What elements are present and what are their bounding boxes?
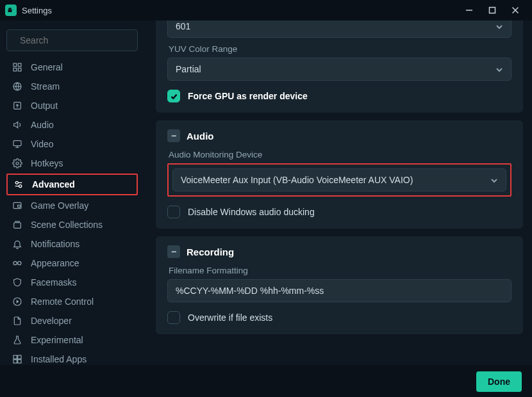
sidebar-item-scene-collections[interactable]: Scene Collections (6, 215, 138, 234)
appearance-icon (12, 258, 23, 268)
svg-rect-10 (13, 68, 17, 71)
sliders-icon (13, 179, 24, 190)
window-maximize-button[interactable] (481, 3, 504, 18)
sidebar-item-label: Notifications (31, 239, 79, 249)
shield-icon (12, 277, 23, 288)
sidebar-item-label: Output (31, 101, 58, 111)
section-video-tail: YUV Color Space 601 YUV Color Range Part… (156, 20, 523, 113)
done-button-label: Done (488, 377, 510, 387)
sidebar-nav: GeneralStreamOutputAudioVideoHotkeysAdva… (6, 58, 138, 369)
sidebar-item-hotkeys[interactable]: Hotkeys (6, 154, 138, 173)
yuv-space-value: 601 (176, 21, 190, 31)
sidebar-item-label: Facemasks (31, 277, 77, 288)
svg-rect-3 (490, 8, 495, 13)
app-logo (5, 4, 17, 16)
filename-input[interactable]: %CCYY-%MM-%DD %hh-%mm-%ss (167, 279, 511, 302)
collections-icon (12, 220, 23, 230)
audio-monitor-label: Audio Monitoring Device (169, 150, 511, 159)
flask-icon (12, 335, 23, 345)
filename-value: %CCYY-%MM-%DD %hh-%mm-%ss (176, 286, 324, 296)
svg-rect-9 (18, 63, 21, 67)
sidebar-item-label: Experimental (31, 335, 83, 345)
done-button[interactable]: Done (476, 371, 522, 392)
svg-rect-25 (14, 223, 21, 229)
footer: Done (0, 365, 532, 397)
yuv-space-select[interactable]: 601 (167, 20, 511, 38)
sidebar-item-facemasks[interactable]: Facemasks (6, 273, 138, 292)
audio-monitor-select[interactable]: VoiceMeeter Aux Input (VB-Audio VoiceMee… (172, 168, 506, 191)
sidebar-item-label: Remote Control (31, 296, 94, 307)
chevron-down-icon (495, 22, 503, 30)
globe-icon (12, 81, 23, 92)
ducking-checkbox[interactable] (167, 206, 180, 218)
svg-rect-34 (18, 360, 21, 363)
search-input-container[interactable] (6, 29, 138, 51)
play-icon (12, 296, 23, 307)
sidebar-item-experimental[interactable]: Experimental (6, 330, 138, 350)
collapse-toggle-audio[interactable]: − (167, 129, 180, 142)
overwrite-label: Overwrite if file exists (188, 312, 272, 323)
svg-point-20 (16, 162, 19, 165)
svg-marker-30 (17, 300, 19, 303)
sidebar: GeneralStreamOutputAudioVideoHotkeysAdva… (0, 20, 144, 365)
sidebar-item-advanced[interactable]: Advanced (8, 175, 137, 194)
sidebar-item-audio[interactable]: Audio (6, 115, 138, 134)
sidebar-item-stream[interactable]: Stream (6, 77, 138, 96)
sidebar-item-label: General (31, 62, 63, 72)
window-close-button[interactable] (504, 3, 527, 18)
svg-marker-16 (14, 122, 18, 127)
sidebar-item-game-overlay[interactable]: Game Overlay (6, 196, 138, 215)
export-icon (12, 101, 23, 111)
svg-rect-24 (18, 205, 21, 207)
sidebar-item-remote-control[interactable]: Remote Control (6, 292, 138, 311)
svg-rect-33 (13, 360, 17, 363)
ducking-label: Disable Windows audio ducking (188, 207, 315, 217)
apps-icon (12, 354, 23, 364)
svg-rect-17 (13, 141, 21, 146)
overwrite-checkbox[interactable] (167, 311, 180, 324)
sidebar-item-label: Developer (31, 316, 72, 326)
sidebar-item-label: Stream (31, 81, 60, 92)
audio-monitor-value: VoiceMeeter Aux Input (VB-Audio VoiceMee… (181, 175, 413, 185)
titlebar: Settings (0, 0, 532, 20)
section-audio: − Audio Audio Monitoring Device VoiceMee… (156, 120, 523, 229)
svg-point-22 (19, 185, 22, 188)
force-gpu-label: Force GPU as render device (188, 91, 308, 101)
svg-point-28 (18, 261, 21, 264)
audio-section-title: Audio (187, 131, 214, 142)
sidebar-item-label: Game Overlay (31, 200, 88, 211)
collapse-toggle-recording[interactable]: − (167, 245, 180, 258)
bell-icon (12, 239, 23, 249)
svg-point-27 (13, 261, 17, 264)
sidebar-item-installed-apps[interactable]: Installed Apps (6, 350, 138, 369)
grid-icon (12, 62, 23, 72)
svg-rect-0 (8, 10, 12, 13)
sidebar-item-output[interactable]: Output (6, 96, 138, 115)
sidebar-item-notifications[interactable]: Notifications (6, 234, 138, 254)
overlay-icon (12, 200, 23, 211)
force-gpu-checkbox[interactable] (167, 90, 180, 102)
sidebar-item-label: Video (31, 139, 54, 149)
audio-monitor-highlight: VoiceMeeter Aux Input (VB-Audio VoiceMee… (167, 163, 511, 197)
svg-rect-31 (13, 355, 17, 359)
svg-rect-32 (18, 355, 21, 359)
search-input[interactable] (19, 35, 133, 46)
sidebar-item-video[interactable]: Video (6, 134, 138, 154)
doc-icon (12, 316, 23, 326)
sidebar-item-label: Hotkeys (31, 158, 63, 168)
chevron-down-icon (495, 65, 503, 73)
gear-icon (12, 158, 23, 168)
window-minimize-button[interactable] (458, 3, 481, 18)
window-title: Settings (22, 6, 52, 15)
sidebar-item-label: Appearance (31, 258, 79, 268)
yuv-range-select[interactable]: Partial (167, 58, 511, 81)
sidebar-highlight: Advanced (6, 174, 138, 195)
sidebar-item-label: Scene Collections (31, 220, 103, 230)
filename-label: Filename Formatting (169, 266, 511, 275)
sidebar-item-label: Audio (31, 120, 54, 130)
sidebar-item-developer[interactable]: Developer (6, 311, 138, 330)
sidebar-item-general[interactable]: General (6, 58, 138, 77)
sidebar-item-appearance[interactable]: Appearance (6, 254, 138, 273)
recording-section-title: Recording (187, 247, 234, 257)
sidebar-item-label: Advanced (32, 179, 75, 190)
